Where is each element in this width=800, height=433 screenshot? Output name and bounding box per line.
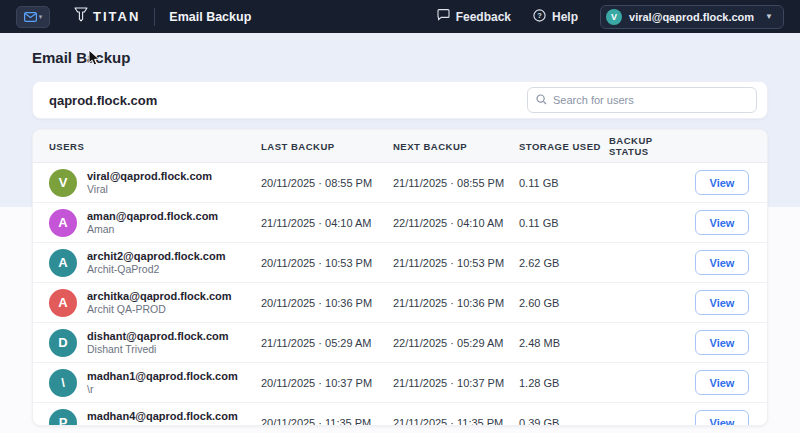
brand-name: TITAN xyxy=(93,9,140,24)
user-name xyxy=(87,423,238,426)
account-menu[interactable]: V viral@qaprod.flock.com ▼ xyxy=(600,5,784,29)
titan-logo: TITAN xyxy=(74,7,140,26)
col-last-backup: LAST BACKUP xyxy=(261,141,393,152)
account-email: viral@qaprod.flock.com xyxy=(629,11,754,23)
feedback-label: Feedback xyxy=(456,10,511,24)
storage-used-value: 2.62 GB xyxy=(519,257,609,269)
table-row: D dishant@qaprod.flock.com Dishant Trive… xyxy=(33,323,767,363)
col-storage-used: STORAGE USED xyxy=(519,141,609,152)
help-icon: ? xyxy=(533,9,546,25)
user-avatar: A xyxy=(49,289,77,317)
last-backup-value: 20/11/2025 · 10:36 PM xyxy=(261,297,393,309)
table-row: A aman@qaprod.flock.com Aman 21/11/2025 … xyxy=(33,203,767,243)
user-email: dishant@qaprod.flock.com xyxy=(87,330,229,342)
svg-text:?: ? xyxy=(537,11,542,20)
user-cell: A architka@qaprod.flock.com Archit QA-PR… xyxy=(49,289,261,317)
search-icon xyxy=(536,91,547,109)
last-backup-value: 20/11/2025 · 08:55 PM xyxy=(261,177,393,189)
view-button[interactable]: View xyxy=(695,210,749,235)
last-backup-value: 21/11/2025 · 04:10 AM xyxy=(261,217,393,229)
user-email: architka@qaprod.flock.com xyxy=(87,290,232,302)
table-row: A archit2@qaprod.flock.com Archit-QaProd… xyxy=(33,243,767,283)
table-body: V viral@qaprod.flock.com Viral 20/11/202… xyxy=(33,163,767,426)
storage-used-value: 1.28 GB xyxy=(519,377,609,389)
user-cell: \ madhan1@qaprod.flock.com \r xyxy=(49,369,261,397)
user-name: Aman xyxy=(87,223,218,235)
view-button[interactable]: View xyxy=(695,250,749,275)
account-caret-icon: ▼ xyxy=(765,12,773,21)
user-cell: D dishant@qaprod.flock.com Dishant Trive… xyxy=(49,329,261,357)
titan-logo-icon xyxy=(74,7,88,26)
user-avatar: A xyxy=(49,209,77,237)
user-email: viral@qaprod.flock.com xyxy=(87,170,212,182)
storage-used-value: 0.11 GB xyxy=(519,177,609,189)
storage-used-value: 0.39 GB xyxy=(519,417,609,427)
account-avatar: V xyxy=(606,9,622,25)
user-avatar: P xyxy=(49,409,77,427)
user-name: Viral xyxy=(87,183,212,195)
last-backup-value: 20/11/2025 · 11:35 PM xyxy=(261,417,393,427)
search-box xyxy=(527,87,757,113)
next-backup-value: 21/11/2025 · 10:37 PM xyxy=(393,377,519,389)
last-backup-value: 21/11/2025 · 05:29 AM xyxy=(261,337,393,349)
user-avatar: A xyxy=(49,249,77,277)
user-cell: A aman@qaprod.flock.com Aman xyxy=(49,209,261,237)
main-content: Email Backup qaprod.flock.com USERS LAST… xyxy=(0,33,800,426)
storage-used-value: 2.48 MB xyxy=(519,337,609,349)
nav-app-title: Email Backup xyxy=(169,10,251,24)
table-row: \ madhan1@qaprod.flock.com \r 20/11/2025… xyxy=(33,363,767,403)
view-button[interactable]: View xyxy=(695,370,749,395)
user-avatar: V xyxy=(49,169,77,197)
user-cell: V viral@qaprod.flock.com Viral xyxy=(49,169,261,197)
feedback-button[interactable]: Feedback xyxy=(437,9,511,24)
user-name: Archit-QaProd2 xyxy=(87,263,225,275)
storage-used-value: 0.11 GB xyxy=(519,217,609,229)
user-email: madhan1@qaprod.flock.com xyxy=(87,370,238,382)
domain-card: qaprod.flock.com xyxy=(32,81,768,119)
col-users: USERS xyxy=(49,141,261,152)
user-name: Archit QA-PROD xyxy=(87,303,232,315)
chevron-down-icon: ▾ xyxy=(39,13,43,20)
storage-used-value: 2.60 GB xyxy=(519,297,609,309)
page-title: Email Backup xyxy=(32,49,768,66)
next-backup-value: 21/11/2025 · 08:55 PM xyxy=(393,177,519,189)
domain-name: qaprod.flock.com xyxy=(49,93,157,108)
top-navbar: ▾ TITAN Email Backup Feedback ? xyxy=(0,0,800,33)
user-avatar: \ xyxy=(49,369,77,397)
table-row: A architka@qaprod.flock.com Archit QA-PR… xyxy=(33,283,767,323)
view-button[interactable]: View xyxy=(695,290,749,315)
user-cell: A archit2@qaprod.flock.com Archit-QaProd… xyxy=(49,249,261,277)
view-button[interactable]: View xyxy=(695,330,749,355)
next-backup-value: 21/11/2025 · 11:35 PM xyxy=(393,417,519,427)
user-name: Dishant Trivedi xyxy=(87,343,229,355)
help-label: Help xyxy=(552,10,578,24)
user-name: \r xyxy=(87,383,238,395)
users-table: USERS LAST BACKUP NEXT BACKUP STORAGE US… xyxy=(32,129,768,426)
user-email: madhan4@qaprod.flock.com xyxy=(87,410,238,422)
next-backup-value: 22/11/2025 · 04:10 AM xyxy=(393,217,519,229)
last-backup-value: 20/11/2025 · 10:53 PM xyxy=(261,257,393,269)
mail-icon xyxy=(24,12,37,22)
table-row: V viral@qaprod.flock.com Viral 20/11/202… xyxy=(33,163,767,203)
table-header-row: USERS LAST BACKUP NEXT BACKUP STORAGE US… xyxy=(33,130,767,163)
app-switcher-button[interactable]: ▾ xyxy=(16,6,50,28)
user-email: aman@qaprod.flock.com xyxy=(87,210,218,222)
nav-divider xyxy=(154,8,155,26)
user-email: archit2@qaprod.flock.com xyxy=(87,250,225,262)
col-next-backup: NEXT BACKUP xyxy=(393,141,519,152)
view-button[interactable]: View xyxy=(695,170,749,195)
table-row: P madhan4@qaprod.flock.com 20/11/2025 · … xyxy=(33,403,767,426)
user-avatar: D xyxy=(49,329,77,357)
user-cell: P madhan4@qaprod.flock.com xyxy=(49,409,261,427)
search-input[interactable] xyxy=(553,94,748,106)
next-backup-value: 22/11/2025 · 05:29 AM xyxy=(393,337,519,349)
col-backup-status: BACKUP STATUS xyxy=(609,135,695,157)
next-backup-value: 21/11/2025 · 10:36 PM xyxy=(393,297,519,309)
help-button[interactable]: ? Help xyxy=(533,9,578,25)
view-button[interactable]: View xyxy=(695,410,749,426)
last-backup-value: 20/11/2025 · 10:37 PM xyxy=(261,377,393,389)
next-backup-value: 21/11/2025 · 10:53 PM xyxy=(393,257,519,269)
feedback-icon xyxy=(437,9,450,24)
